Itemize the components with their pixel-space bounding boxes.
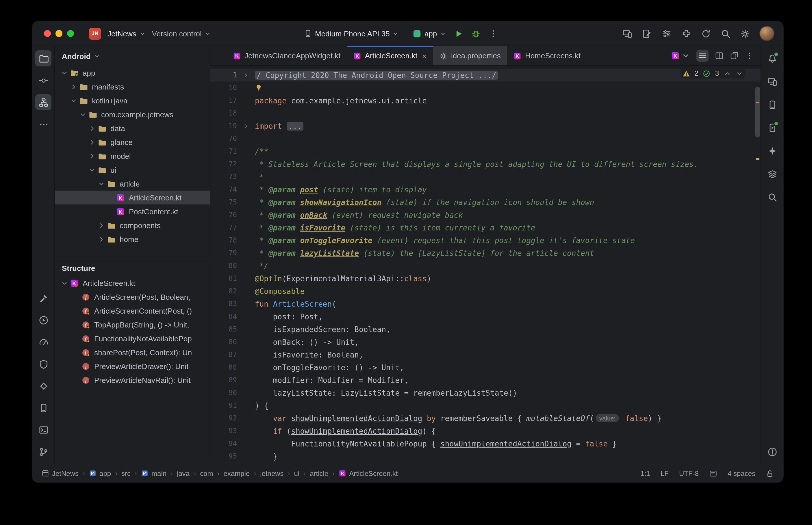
code-line-95[interactable]: 95 } xyxy=(210,450,761,463)
previous-problem-icon[interactable] xyxy=(724,70,731,77)
code-line-89[interactable]: 89 modifier: Modifier = Modifier, xyxy=(210,374,761,386)
chevron-right-icon[interactable] xyxy=(87,124,97,132)
breadcrumb-src[interactable]: src xyxy=(121,469,131,477)
view-options-icon[interactable] xyxy=(662,29,671,39)
code-line-82[interactable]: 82@Composable xyxy=(210,285,761,297)
close-icon[interactable]: × xyxy=(422,52,427,60)
breadcrumb-main[interactable]: main xyxy=(141,469,166,477)
code-line-87[interactable]: 87 isFavorite: Boolean, xyxy=(210,348,761,361)
debug-button[interactable] xyxy=(471,29,481,39)
code-line-18[interactable]: 18 xyxy=(210,107,761,120)
code-line-16[interactable]: 16 xyxy=(210,81,761,94)
toolwindow-device-streaming-button[interactable] xyxy=(764,120,780,136)
indent-size[interactable]: 4 spaces xyxy=(728,469,755,477)
code-line-72[interactable]: 72 * Stateless Article Screen that displ… xyxy=(210,158,761,170)
device-mirroring-icon[interactable] xyxy=(622,29,632,39)
project-tree-item[interactable]: home xyxy=(55,232,210,246)
toolwindow-version-control-button[interactable] xyxy=(35,444,51,460)
toolwindow-notifications-button[interactable] xyxy=(764,50,780,66)
structure-tree-item[interactable]: KArticleScreen.kt xyxy=(55,276,210,290)
code-line-77[interactable]: 77 * @param isFavorite (state) is this i… xyxy=(210,221,761,234)
chevron-down-icon[interactable] xyxy=(97,180,106,188)
chevron-right-icon[interactable] xyxy=(97,235,106,243)
code-line-73[interactable]: 73 * xyxy=(210,170,761,183)
structure-tree-item[interactable]: fTopAppBar(String, () -> Unit, xyxy=(55,318,210,331)
chevron-down-icon[interactable] xyxy=(78,110,88,118)
toolwindow-profiler-button[interactable] xyxy=(35,334,51,350)
run-configuration-selector[interactable]: app xyxy=(413,29,446,38)
fold-marker-icon[interactable] xyxy=(237,72,255,78)
code-line-93[interactable]: 93 if (showUnimplementedActionDialog) { xyxy=(210,424,761,437)
toolwindow-run-button[interactable] xyxy=(35,312,51,328)
code-line-92[interactable]: 92 var showUnimplementedActionDialog by … xyxy=(210,412,761,424)
toolwindow-more-tool-windows-button[interactable] xyxy=(35,116,51,132)
structure-tree-item[interactable]: fPreviewArticleNavRail(): Unit xyxy=(55,373,210,387)
device-selector[interactable]: Medium Phone API 35 xyxy=(304,29,399,38)
project-tree-item[interactable]: KPostContent.kt xyxy=(55,205,210,218)
editor-config-icon[interactable] xyxy=(709,469,717,477)
minimize-window-button[interactable] xyxy=(56,30,62,37)
project-tree-item[interactable]: manifests xyxy=(55,80,210,93)
editor-tabs-list-icon[interactable] xyxy=(696,50,709,62)
toolwindow-app-quality-insights-button[interactable] xyxy=(35,356,51,372)
project-tree-item[interactable]: data xyxy=(55,121,210,135)
scrollbar-thumb[interactable] xyxy=(755,87,760,137)
code-line-75[interactable]: 75 * @param showNavigationIcon (state) i… xyxy=(210,196,761,209)
code-line-83[interactable]: 83fun ArticleScreen( xyxy=(210,297,761,310)
lock-icon[interactable] xyxy=(766,469,774,477)
toolwindow-resource-manager-button[interactable] xyxy=(764,166,780,182)
toolwindow-project-button[interactable] xyxy=(35,50,51,66)
toolwindow-commit-button[interactable] xyxy=(35,72,51,88)
line-separator[interactable]: LF xyxy=(661,469,669,477)
breadcrumb-app[interactable]: app xyxy=(89,469,111,477)
code-line-91[interactable]: 91) { xyxy=(210,399,761,412)
toolwindow-app-inspection-tool-button[interactable] xyxy=(764,189,780,205)
toolwindow-gemini-button[interactable] xyxy=(764,142,780,159)
toolwindow-build-button[interactable] xyxy=(35,290,51,306)
code-line-80[interactable]: 80 */ xyxy=(210,259,761,272)
code-line-71[interactable]: 71/** xyxy=(210,145,761,158)
toolwindow-terminal-button[interactable] xyxy=(35,422,51,438)
vcs-menu[interactable]: Version control xyxy=(152,29,211,38)
split-editor-icon[interactable] xyxy=(715,51,724,60)
project-tree-item[interactable]: ui xyxy=(55,163,210,177)
toolwindow-logcat-button[interactable] xyxy=(35,400,51,416)
editor-tab-ArticleScreen.kt[interactable]: KArticleScreen.kt× xyxy=(347,46,433,65)
search-everywhere-icon[interactable] xyxy=(721,29,730,39)
structure-tree-item[interactable]: fFunctionalityNotAvailablePop xyxy=(55,331,210,345)
project-tree-item[interactable]: com.example.jetnews xyxy=(55,107,210,121)
chevron-right-icon[interactable] xyxy=(87,138,97,146)
chevron-down-icon[interactable] xyxy=(60,69,69,76)
toolwindow-device-manager-button[interactable] xyxy=(764,96,780,112)
breadcrumb-ArticleScreen.kt[interactable]: KArticleScreen.kt xyxy=(339,469,398,477)
settings-icon[interactable] xyxy=(740,29,750,39)
structure-tree-item[interactable]: fArticleScreen(Post, Boolean, xyxy=(55,290,210,304)
toolwindow-app-inspection-button[interactable] xyxy=(35,378,51,394)
plugins-icon[interactable] xyxy=(681,29,691,39)
ai-assist-icon[interactable] xyxy=(642,29,652,39)
code-line-88[interactable]: 88 onToggleFavorite: () -> Unit, xyxy=(210,361,761,374)
code-line-85[interactable]: 85 isExpandedScreen: Boolean, xyxy=(210,323,761,335)
project-tree-item[interactable]: model xyxy=(55,149,210,163)
caret-position[interactable]: 1:1 xyxy=(641,469,650,477)
code-line-70[interactable]: 70 xyxy=(210,132,761,145)
code-line-19[interactable]: 19import ... xyxy=(210,120,761,132)
chevron-down-icon[interactable] xyxy=(87,166,97,174)
more-run-actions-kebab[interactable] xyxy=(488,29,498,39)
project-menu[interactable]: JetNews xyxy=(107,29,146,38)
chevron-right-icon[interactable] xyxy=(87,152,97,160)
breadcrumb-java[interactable]: java xyxy=(177,469,190,477)
next-problem-icon[interactable] xyxy=(736,70,743,77)
editor-tab-HomeScreens.kt[interactable]: KHomeScreens.kt xyxy=(507,46,587,65)
code-line-17[interactable]: 17package com.example.jetnews.ui.article xyxy=(210,94,761,107)
breadcrumb-example[interactable]: example xyxy=(224,469,250,477)
code-line-84[interactable]: 84 post: Post, xyxy=(210,310,761,323)
zoom-window-button[interactable] xyxy=(67,30,74,37)
project-tree-item[interactable]: kotlin+java xyxy=(55,93,210,107)
editor-options-icon[interactable] xyxy=(745,51,754,60)
chevron-right-icon[interactable] xyxy=(97,222,106,229)
project-tree-item[interactable]: KArticleScreen.kt xyxy=(55,191,210,205)
code-line-79[interactable]: 79 * @param lazyListState (state) the [L… xyxy=(210,246,761,259)
toolwindow-running-devices-button[interactable] xyxy=(764,73,780,90)
chevron-down-icon[interactable] xyxy=(60,279,69,287)
